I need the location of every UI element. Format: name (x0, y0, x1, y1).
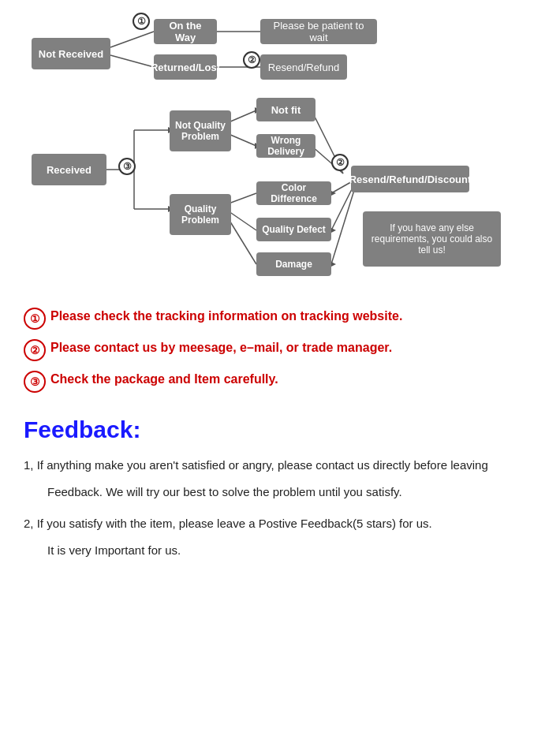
box-resend-refund1: Resend/Refund (260, 54, 347, 80)
svg-line-1 (110, 55, 154, 67)
svg-line-0 (110, 32, 154, 47)
box-on-the-way: On the Way (154, 19, 217, 44)
instruction-item-3: ③ Check the package and Item carefully. (24, 371, 544, 393)
circle-num-3: ③ (118, 158, 136, 175)
instruction-num-2: ② (24, 339, 46, 361)
svg-line-12 (229, 193, 256, 203)
box-damage: Damage (256, 252, 331, 276)
box-not-received: Not Received (32, 38, 110, 69)
svg-line-9 (229, 134, 256, 146)
feedback-section: Feedback: 1, If anything make you aren't… (16, 416, 544, 560)
circle-num-1: ① (133, 13, 150, 30)
flowchart: ① ② ③ ② Not Received On the Way Returned… (16, 8, 544, 300)
svg-line-8 (229, 110, 256, 122)
box-please-patient: Please be patient to wait (260, 19, 377, 44)
box-quality-problem: Quality Problem (170, 194, 231, 235)
feedback-title: Feedback: (24, 416, 536, 443)
box-received: Received (32, 154, 106, 185)
feedback-item-2: 2, If you satisfy with the item, please … (24, 514, 536, 533)
instruction-text-3: Check the package and Item carefully. (50, 371, 278, 388)
box-not-fit: Not fit (256, 98, 315, 121)
instruction-num-1: ① (24, 308, 46, 330)
instruction-num-3: ③ (24, 371, 46, 393)
box-note: If you have any else requirements, you c… (363, 211, 501, 267)
feedback-indent-2: It is very Important for us. (47, 541, 536, 560)
box-resend-refund-discount: Resend/Refund/Discount (351, 166, 469, 192)
box-wrong-delivery: Wrong Delivery (256, 134, 315, 158)
feedback-indent-1: Feedback. We will try our best to solve … (47, 483, 536, 502)
box-color-difference: Color Difference (256, 181, 331, 205)
instruction-text-1: Please check the tracking information on… (50, 308, 402, 325)
box-returned-lost: Returned/Lost (154, 54, 217, 80)
instruction-item-1: ① Please check the tracking information … (24, 308, 544, 330)
svg-line-14 (229, 219, 256, 264)
svg-line-13 (229, 211, 256, 230)
instruction-item-2: ② Please contact us by meesage, e–mail, … (24, 339, 544, 361)
circle-num-2a: ② (243, 51, 260, 69)
instructions-section: ① Please check the tracking information … (24, 308, 544, 393)
instruction-text-2: Please contact us by meesage, e–mail, or… (50, 339, 392, 356)
box-not-quality-problem: Not Quality Problem (170, 110, 231, 151)
box-quality-defect: Quality Defect (256, 218, 331, 241)
svg-line-17 (331, 188, 355, 264)
feedback-item-1: 1, If anything make you aren't satisfied… (24, 456, 536, 475)
circle-num-2b: ② (331, 154, 349, 171)
